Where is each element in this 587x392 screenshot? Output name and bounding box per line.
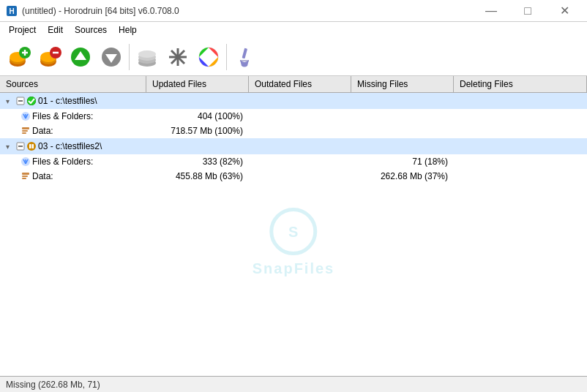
add-source-icon — [7, 45, 31, 69]
remove-source-button[interactable] — [35, 42, 64, 72]
status-bar: Missing (262.68 Mb, 71) — [0, 376, 587, 392]
svg-point-42 — [27, 142, 36, 151]
source-group-1-header[interactable]: ▾ 01 - c:\testfiles\ — [0, 93, 587, 109]
status-text: Missing (262.68 Mb, 71) — [6, 380, 100, 390]
svg-text:H: H — [9, 7, 14, 15]
svg-rect-49 — [22, 173, 29, 175]
layers-icon — [135, 45, 159, 69]
files-folders-icon-2 — [20, 157, 31, 167]
remove-source-icon — [38, 45, 61, 69]
color-wheel-button[interactable] — [194, 42, 223, 72]
source-group-2: ▾ 03 - c:\testfiles2\ — [0, 138, 587, 184]
menu-project[interactable]: Project — [3, 23, 42, 37]
sync-down-icon — [100, 45, 123, 69]
title-bar: H (untitled) - Horodruin [64 bits] v6.0.… — [0, 0, 587, 22]
app-icon: H — [6, 5, 18, 17]
group1-row-1-label: Data: — [0, 125, 146, 137]
group2-row-0-outdated — [249, 161, 351, 162]
group2-row-0-text: Files & Folders: — [32, 157, 93, 167]
group2-outdated-cell — [249, 146, 351, 147]
svg-rect-39 — [22, 132, 26, 134]
status-warning-icon-2 — [26, 141, 37, 151]
table-body: ▾ 01 - c:\testfiles\ — [0, 93, 587, 376]
group2-row-1-missing: 262.68 Mb (37%) — [351, 170, 454, 182]
data-icon-2 — [20, 171, 31, 181]
toolbar — [0, 38, 587, 76]
group1-row-0-updated: 404 (100%) — [146, 110, 249, 122]
group1-row-1-missing — [351, 130, 454, 132]
source-group-2-label[interactable]: ▾ 03 - c:\testfiles2\ — [0, 140, 146, 152]
sync-down-button[interactable] — [97, 42, 126, 72]
group2-missing-cell — [351, 146, 454, 147]
group1-row-0-deleting — [454, 116, 587, 117]
col-header-missing: Missing Files — [351, 76, 454, 92]
svg-rect-44 — [32, 144, 34, 148]
layers-button[interactable] — [132, 42, 162, 72]
group1-outdated-cell — [249, 100, 351, 102]
window-title: (untitled) - Horodruin [64 bits] v6.0.70… — [22, 6, 179, 16]
asterisk-icon — [166, 45, 190, 69]
files-folders-icon-1 — [20, 111, 31, 121]
minimize-button[interactable]: — — [474, 0, 508, 22]
group1-row-1-updated: 718.57 Mb (100%) — [146, 125, 249, 137]
group1-row-0-outdated — [249, 116, 351, 117]
color-wheel-icon — [197, 45, 220, 69]
svg-rect-38 — [22, 130, 28, 132]
svg-point-26 — [206, 54, 212, 60]
expand-icon-2[interactable]: ▾ — [6, 143, 15, 151]
group2-row-1-label: Data: — [0, 170, 146, 182]
group2-deleting-cell — [454, 146, 587, 147]
group2-row-1-deleting — [454, 176, 587, 177]
group1-row-1-deleting — [454, 130, 587, 132]
group2-row-0-label: Files & Folders: — [0, 156, 146, 167]
group1-row-0: Files & Folders: 404 (100%) — [0, 109, 587, 124]
svg-rect-51 — [22, 178, 26, 179]
clean-icon — [233, 45, 256, 69]
group1-deleting-cell — [454, 100, 587, 102]
title-controls: — □ ✕ — [474, 0, 581, 22]
menu-edit[interactable]: Edit — [42, 23, 69, 37]
data-icon-1 — [20, 126, 31, 136]
group1-updated-cell — [146, 100, 249, 102]
svg-rect-37 — [22, 127, 29, 129]
group2-row-0: Files & Folders: 333 (82%) 71 (18%) — [0, 154, 587, 169]
toolbar-separator-2 — [226, 44, 227, 70]
group2-row-1: Data: 455.88 Mb (63%) 262.68 Mb (37%) — [0, 169, 587, 184]
group1-row-1: Data: 718.57 Mb (100%) — [0, 124, 587, 138]
clean-button[interactable] — [230, 42, 259, 72]
table-container: Sources Updated Files Outdated Files Mis… — [0, 76, 587, 376]
group1-missing-cell — [351, 100, 454, 102]
group2-updated-cell — [146, 146, 249, 147]
group2-row-0-updated: 333 (82%) — [146, 156, 249, 167]
menu-help[interactable]: Help — [113, 23, 143, 37]
close-button[interactable]: ✕ — [547, 0, 581, 22]
group1-row-1-text: Data: — [32, 126, 53, 136]
svg-rect-43 — [29, 144, 31, 148]
asterisk-button[interactable] — [163, 42, 192, 72]
svg-rect-27 — [242, 48, 247, 59]
source-group-1: ▾ 01 - c:\testfiles\ — [0, 93, 587, 138]
status-ok-icon-1 — [26, 96, 37, 106]
group1-path: 01 - c:\testfiles\ — [38, 96, 97, 106]
title-left: H (untitled) - Horodruin [64 bits] v6.0.… — [6, 5, 179, 17]
group2-row-1-outdated — [249, 176, 351, 177]
group1-row-0-missing — [351, 116, 454, 117]
sync-up-icon — [69, 45, 92, 69]
source-group-2-header[interactable]: ▾ 03 - c:\testfiles2\ — [0, 138, 587, 154]
group1-row-0-label: Files & Folders: — [0, 110, 146, 122]
source-group-1-label[interactable]: ▾ 01 - c:\testfiles\ — [0, 95, 146, 107]
group2-path: 03 - c:\testfiles2\ — [38, 141, 102, 151]
col-header-updated: Updated Files — [146, 76, 249, 92]
group2-row-1-text: Data: — [32, 171, 53, 181]
menu-bar: Project Edit Sources Help — [0, 22, 587, 38]
group2-row-0-missing: 71 (18%) — [351, 156, 454, 167]
svg-point-20 — [138, 50, 156, 58]
menu-sources[interactable]: Sources — [69, 23, 113, 37]
maximize-button[interactable]: □ — [511, 0, 545, 22]
col-header-sources: Sources — [0, 76, 146, 92]
expand-icon-1[interactable]: ▾ — [6, 97, 15, 105]
sync-up-button[interactable] — [66, 42, 95, 72]
content-wrapper: Sources Updated Files Outdated Files Mis… — [0, 76, 587, 376]
add-source-button[interactable] — [4, 42, 34, 72]
col-header-outdated: Outdated Files — [249, 76, 351, 92]
